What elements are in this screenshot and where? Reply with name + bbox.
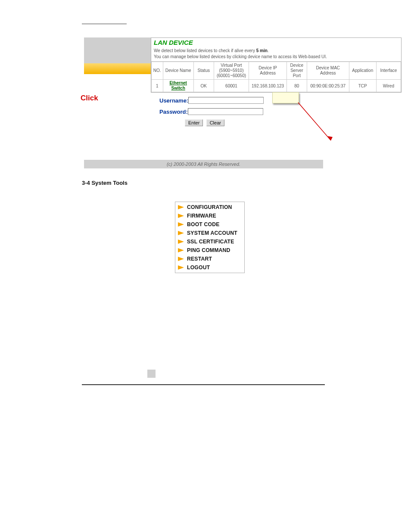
cell-ip: 192.168.100.123	[249, 80, 287, 92]
password-row: Password:	[159, 108, 250, 115]
arrow-annotation-icon	[297, 102, 336, 145]
lan-device-table: NO. Device Name Status Virtual Port (590…	[151, 62, 401, 92]
th-port: Device Server Port	[286, 62, 307, 80]
menu-label: SYSTEM ACCOUNT	[187, 230, 237, 236]
desc-line1-prefix: We detect below listed devices to check …	[154, 48, 256, 53]
arrow-bullet-icon	[178, 257, 184, 261]
cell-app: TCP	[349, 80, 376, 92]
device-name-link[interactable]: Ethernet Switch	[165, 81, 192, 91]
username-input[interactable]	[188, 97, 264, 104]
password-input[interactable]	[188, 108, 263, 115]
arrow-bullet-icon	[178, 248, 184, 252]
th-iface: Interface	[376, 62, 401, 80]
username-label: Username:	[159, 97, 188, 104]
menu-item-ssl-certificate[interactable]: SSL CERTIFICATE	[175, 237, 244, 246]
table-row: 1 Ethernet Switch OK 60001 192.168.100.1…	[152, 80, 401, 92]
desc-line1-suffix: .	[268, 48, 269, 53]
username-row: Username:	[159, 97, 250, 104]
callout-highlight	[272, 92, 299, 103]
cell-name: Ethernet Switch	[163, 80, 193, 92]
arrow-bullet-icon	[178, 265, 184, 270]
clear-button[interactable]: Clear	[206, 119, 224, 126]
desc-line2: You can manage below listed devices by c…	[154, 54, 327, 59]
th-status: Status	[193, 62, 214, 80]
cell-mac: 00:90:0E:00:25:37	[307, 80, 349, 92]
password-label: Password:	[159, 109, 188, 115]
section-heading: 3-4 System Tools	[82, 180, 128, 186]
th-name: Device Name	[163, 62, 193, 80]
desc-line1-bold: 5 min	[256, 48, 268, 53]
cell-no: 1	[152, 80, 163, 92]
menu-item-firmware[interactable]: FIRMWARE	[175, 212, 244, 220]
svg-line-0	[298, 103, 331, 140]
arrow-bullet-icon	[178, 214, 184, 218]
lan-device-title: LAN DEVICE	[151, 38, 401, 47]
menu-item-boot-code[interactable]: BOOT CODE	[175, 220, 244, 229]
menu-item-system-account[interactable]: SYSTEM ACCOUNT	[175, 229, 244, 237]
arrow-bullet-icon	[178, 205, 184, 209]
arrow-bullet-icon	[178, 231, 184, 235]
menu-item-logout[interactable]: LOGOUT	[175, 263, 244, 272]
svg-marker-1	[327, 136, 333, 140]
enter-button[interactable]: Enter	[185, 119, 203, 126]
lan-device-description: We detect below listed devices to check …	[151, 47, 401, 62]
cell-status: OK	[193, 80, 214, 92]
menu-label: SSL CERTIFICATE	[187, 239, 234, 245]
menu-item-ping-command[interactable]: PING COMMAND	[175, 246, 244, 255]
login-buttons: Enter Clear	[159, 119, 250, 126]
th-vport: Virtual Port (5900~5910) (60001~60050)	[214, 62, 249, 80]
arrow-bullet-icon	[178, 222, 184, 227]
system-tools-menu: CONFIGURATION FIRMWARE BOOT CODE SYSTEM …	[175, 202, 245, 273]
click-annotation: Click	[81, 94, 98, 103]
th-mac: Device MAC Address	[307, 62, 349, 80]
menu-label: LOGOUT	[187, 264, 210, 271]
table-header-row: NO. Device Name Status Virtual Port (590…	[152, 62, 401, 80]
lan-device-panel: LAN DEVICE We detect below listed device…	[151, 37, 402, 93]
menu-item-configuration[interactable]: CONFIGURATION	[175, 203, 244, 212]
login-form: Username: Password: Enter Clear	[159, 97, 250, 126]
page-number-box	[147, 370, 156, 378]
sidebar-highlight	[84, 63, 151, 74]
th-no: NO.	[152, 62, 163, 80]
copyright-footer: (c) 2000-2003 All Rights Reserved.	[84, 160, 323, 168]
th-ip: Device IP Address	[249, 62, 287, 80]
cell-port: 80	[286, 80, 307, 92]
menu-item-restart[interactable]: RESTART	[175, 255, 244, 263]
menu-label: RESTART	[187, 256, 212, 262]
cell-iface: Wired	[376, 80, 401, 92]
cell-vport: 60001	[214, 80, 249, 92]
th-app: Application	[349, 62, 376, 80]
menu-label: PING COMMAND	[187, 247, 230, 253]
arrow-bullet-icon	[178, 240, 184, 244]
menu-label: FIRMWARE	[187, 213, 216, 219]
bottom-rule	[82, 384, 325, 385]
top-rule	[82, 24, 127, 24]
menu-label: BOOT CODE	[187, 221, 220, 227]
menu-label: CONFIGURATION	[187, 204, 232, 210]
